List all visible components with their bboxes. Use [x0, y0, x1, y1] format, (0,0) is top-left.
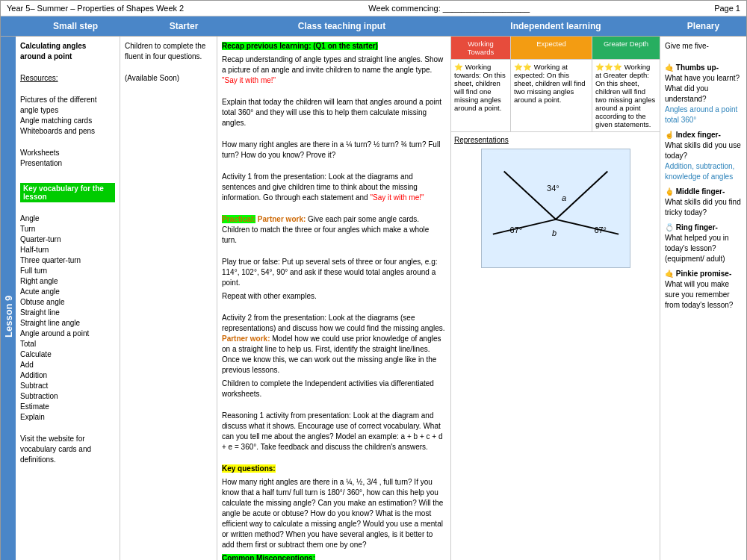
representations-title: Representations	[454, 135, 657, 146]
thumb-label: Thumbs up-	[676, 63, 719, 72]
independent-header: Independent learning	[451, 16, 660, 36]
key-questions-label: Key questions:	[222, 464, 446, 474]
play-true: Play true or false: Put up several sets …	[222, 257, 446, 288]
explain-text: Explain that today the children will lea…	[222, 97, 446, 128]
ring-label: Ring finger-	[676, 223, 718, 231]
angle-diagram-container: 34° a 67° b 67°	[481, 149, 630, 268]
index-finger-item: ☝ Index finger- What skills did you use …	[665, 130, 742, 182]
small-step-title: Calculating anglesaround a point	[20, 41, 115, 62]
page-header: Year 5– Summer – Properties of Shapes We…	[1, 1, 746, 16]
thumbs-up-item: 🤙 Thumbs up- What have you learnt? What …	[665, 63, 742, 125]
angle-diagram-svg: 34° a 67° b 67°	[482, 152, 630, 264]
children-complete: Children to complete the Independent act…	[222, 379, 446, 399]
worksheets: WorksheetsPresentation	[20, 148, 115, 169]
index-label: Index finger-	[676, 131, 721, 139]
working-desc: ⭐ Working towards: On this sheet, childr…	[451, 60, 511, 131]
main-content: Lesson 9 Calculating anglesaround a poin…	[1, 37, 746, 560]
vocab-list: AngleTurnQuarter-turnHalf-turnThree quar…	[20, 214, 115, 423]
reasoning-text: Reasoning 1 activity from presentation: …	[222, 411, 446, 452]
starter-column: Children to complete the fluent in four …	[120, 37, 217, 560]
ring-finger-item: 💍 Ring finger- What helped you in today'…	[665, 223, 742, 264]
key-questions-highlight: Key questions:	[222, 464, 276, 473]
lesson-label: Lesson 9	[1, 37, 16, 560]
right-angles-q: How many right angles are there in a ¼ t…	[222, 140, 446, 161]
vocab-box: Key vocabulary for the lesson	[20, 183, 115, 202]
angle-67-left-label: 67°	[509, 225, 521, 234]
expected-header: Expected	[511, 37, 592, 59]
pinkie-icon: 🤙	[665, 270, 676, 278]
recap-highlight: Recap previous learning: (Q1 on the star…	[222, 42, 378, 50]
lesson-col-header	[1, 16, 16, 36]
header-right: Page 1	[714, 4, 740, 13]
working-towards-label: Working Towards	[468, 40, 494, 56]
index-link: Addition, subtraction, knowledge of angl…	[665, 162, 734, 181]
small-step-header: Small step	[16, 16, 135, 36]
recap-text: Recap understanding of angle types and s…	[222, 55, 446, 86]
ind-descriptions: ⭐ Working towards: On this sheet, childr…	[451, 60, 660, 132]
ind-headers: Working Towards Expected Greater Depth	[451, 37, 660, 60]
recap-heading: Recap previous learning: (Q1 on the star…	[222, 41, 446, 52]
greater-stars: ⭐⭐⭐	[595, 63, 624, 71]
header-left: Year 5– Summer – Properties of Shapes We…	[7, 4, 184, 13]
thumb-icon: 🤙	[665, 63, 676, 72]
middle-label: Middle finger-	[676, 187, 725, 196]
teaching-header: Class teaching input	[232, 16, 451, 36]
pinkie-item: 🤙 Pinkie promise- What will you make sur…	[665, 269, 742, 311]
website-note: Visit the website for vocabulary cards a…	[20, 434, 115, 465]
key-questions-text: How many right angles are there in a ¼, …	[222, 477, 446, 550]
expected-desc: ⭐⭐ Working at expected: On this sheet, c…	[511, 60, 592, 131]
teaching-column: Recap previous learning: (Q1 on the star…	[217, 37, 451, 560]
plenary-header: Plenary	[660, 16, 746, 36]
angle-b-label: b	[552, 228, 557, 237]
resources-text: Pictures of the different angle typesAng…	[20, 95, 115, 137]
activity1-text: Activity 1 from the presentation: Look a…	[222, 172, 446, 203]
pinkie-label: Pinkie promise-	[676, 270, 731, 278]
misconceptions-highlight: Common Misconceptions:	[222, 554, 315, 560]
plenary-column: Give me five- 🤙 Thumbs up- What have you…	[660, 37, 746, 560]
starter-header: Starter	[135, 16, 232, 36]
small-step-column: Calculating anglesaround a point Resourc…	[16, 37, 120, 560]
angle-a-label: a	[561, 193, 565, 202]
partner2-label: Partner work:	[222, 335, 270, 343]
angle-34-label: 34°	[547, 184, 559, 193]
give-five: Give me five-	[665, 41, 742, 52]
say-it: "Say it with me!"	[222, 76, 276, 84]
working-star: ⭐	[454, 63, 465, 71]
repeat-text: Repeat with other examples.	[222, 291, 446, 302]
independent-column: Working Towards Expected Greater Depth ⭐…	[451, 37, 660, 560]
practical-text: Practical: Partner work: Give each pair …	[222, 214, 446, 246]
partner-label: Partner work:	[258, 215, 306, 223]
working-towards-header: Working Towards	[451, 37, 511, 59]
representations-section: Representations	[451, 132, 660, 274]
column-headers: Small step Starter Class teaching input …	[1, 16, 746, 37]
middle-icon: 🖕	[665, 187, 676, 196]
diagram-bg	[482, 153, 630, 264]
ring-icon: 💍	[665, 223, 676, 231]
angle-67-right-label: 67°	[594, 225, 606, 234]
starter-text2: (Available Soon)	[125, 73, 212, 84]
expected-label: Expected	[536, 40, 566, 48]
say-it2: "Say it with me!"	[370, 193, 424, 202]
misconceptions-label: Common Misconceptions:	[222, 553, 446, 560]
activity2-text: Activity 2 from the presentation: Look a…	[222, 313, 446, 376]
practical-label: Practical:	[222, 215, 255, 223]
expected-stars: ⭐⭐	[514, 63, 534, 71]
greater-depth-label: Greater Depth	[604, 40, 648, 48]
index-icon: ☝	[665, 131, 676, 139]
greater-desc: ⭐⭐⭐ Working at Greater depth: On this sh…	[592, 60, 660, 131]
greater-depth-header: Greater Depth	[592, 37, 660, 59]
resources-label: Resources:	[20, 73, 115, 84]
header-center: Week commencing: ___________________	[368, 4, 530, 13]
middle-finger-item: 🖕 Middle finger- What skills did you fin…	[665, 187, 742, 218]
thumb-link: Angles around a point total 360°	[665, 105, 737, 124]
starter-text1: Children to complete the fluent in four …	[125, 41, 212, 62]
